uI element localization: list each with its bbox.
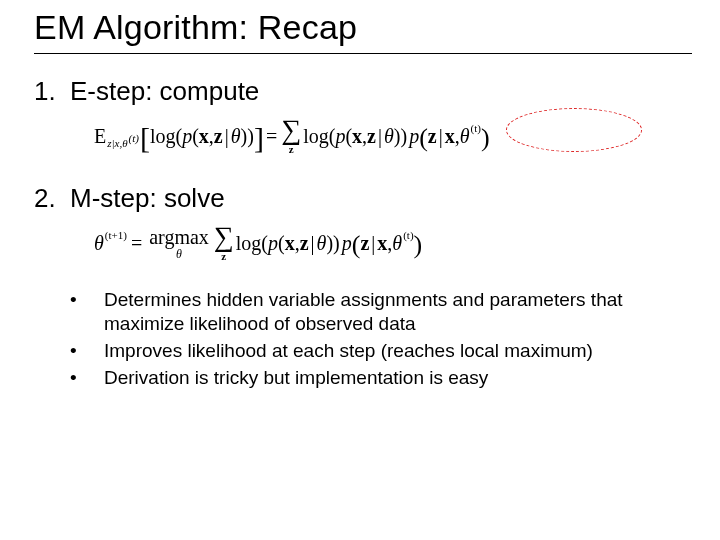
sym-z-2: z bbox=[367, 126, 376, 146]
sym-argmax-below: θ bbox=[176, 248, 182, 260]
sym-bar-2: | bbox=[378, 126, 382, 146]
sym-bar-4: | bbox=[311, 233, 315, 253]
sym-rp-2b: ) bbox=[401, 126, 408, 146]
sym-lp-4b: ( bbox=[278, 233, 285, 253]
sym-rp-4b: ) bbox=[333, 233, 340, 253]
sym-t-sup-2: (t) bbox=[403, 230, 413, 241]
sym-argmax: argmax bbox=[149, 227, 209, 247]
step-1-label: E-step: compute bbox=[70, 76, 259, 107]
bullet-1: • Determines hidden variable assignments… bbox=[70, 288, 692, 334]
sigma-icon: ∑ bbox=[281, 117, 301, 142]
sym-rbrack: ] bbox=[254, 123, 264, 153]
sym-x-1: x bbox=[199, 126, 209, 146]
sym-lp-3: ( bbox=[419, 125, 428, 151]
sym-t-sup: (t) bbox=[471, 123, 481, 134]
sym-bar-1: | bbox=[225, 126, 229, 146]
sym-E-sub: z|x,θ bbox=[107, 137, 127, 149]
sum-1: ∑ z bbox=[281, 117, 301, 155]
sum-2: ∑ z bbox=[214, 224, 234, 262]
sym-p-5: p bbox=[342, 233, 352, 253]
slide-title: EM Algorithm: Recap bbox=[34, 8, 692, 47]
sym-t1-sup: (t+1) bbox=[105, 230, 127, 241]
sym-E: E bbox=[94, 126, 106, 146]
slide: EM Algorithm: Recap 1. E-step: compute E… bbox=[0, 0, 720, 540]
sym-theta-out: θ bbox=[94, 233, 104, 253]
bullet-dot-icon: • bbox=[70, 339, 104, 362]
sym-lp-2b: ( bbox=[345, 126, 352, 146]
bullet-dot-icon: • bbox=[70, 288, 104, 334]
sym-z-3: z bbox=[428, 126, 437, 146]
sym-eq-2: = bbox=[131, 233, 142, 253]
step-2: 2. M-step: solve bbox=[34, 183, 692, 214]
sym-z-1: z bbox=[214, 126, 223, 146]
sym-rp-2a: ) bbox=[394, 126, 401, 146]
sym-x-2: x bbox=[352, 126, 362, 146]
sum-1-below: z bbox=[289, 144, 294, 155]
sym-log-1: log bbox=[150, 126, 176, 146]
sym-p-1: p bbox=[182, 126, 192, 146]
step-2-number: 2. bbox=[34, 183, 70, 214]
sigma-icon-2: ∑ bbox=[214, 224, 234, 249]
sym-lbrack: [ bbox=[140, 123, 150, 153]
sym-theta-5: θ bbox=[392, 233, 402, 253]
sym-p-3: p bbox=[409, 126, 419, 146]
sym-p-2: p bbox=[335, 126, 345, 146]
sym-theta-4: θ bbox=[317, 233, 327, 253]
sym-lp-5: ( bbox=[352, 232, 361, 258]
step-1-number: 1. bbox=[34, 76, 70, 107]
step-2-label: M-step: solve bbox=[70, 183, 225, 214]
sym-rp-3: ) bbox=[481, 125, 490, 151]
bullet-1-text: Determines hidden variable assignments a… bbox=[104, 288, 692, 334]
sym-x-5: x bbox=[377, 233, 387, 253]
sym-eq-1: = bbox=[266, 126, 277, 146]
sym-theta-3: θ bbox=[460, 126, 470, 146]
formula-m-step: θ (t+1) = argmax θ ∑ z log ( p ( x , z |… bbox=[94, 224, 692, 262]
sym-log-3: log bbox=[236, 233, 262, 253]
sym-rp-4a: ) bbox=[326, 233, 333, 253]
sym-lp-4a: ( bbox=[261, 233, 268, 253]
bullet-list: • Determines hidden variable assignments… bbox=[70, 288, 692, 389]
formula-e-step: E z|x,θ(t) [ log ( p ( x , z | θ ) ) ] =… bbox=[94, 117, 692, 155]
sym-rp-5: ) bbox=[414, 232, 423, 258]
sym-theta-2: θ bbox=[384, 126, 394, 146]
sym-rp-1a: ) bbox=[241, 126, 248, 146]
sym-z-5: z bbox=[360, 233, 369, 253]
bullet-3: • Derivation is tricky but implementatio… bbox=[70, 366, 692, 389]
bullet-3-text: Derivation is tricky but implementation … bbox=[104, 366, 488, 389]
sum-2-below: z bbox=[221, 251, 226, 262]
step-1: 1. E-step: compute bbox=[34, 76, 692, 107]
sym-E-sub-sup: (t) bbox=[129, 132, 139, 144]
bullet-2-text: Improves likelihood at each step (reache… bbox=[104, 339, 593, 362]
sym-x-4: x bbox=[285, 233, 295, 253]
sym-p-4: p bbox=[268, 233, 278, 253]
sym-log-2: log bbox=[303, 126, 329, 146]
sym-x-3: x bbox=[445, 126, 455, 146]
sym-lp-1b: ( bbox=[192, 126, 199, 146]
sym-bar-3: | bbox=[439, 126, 443, 146]
bullet-dot-icon: • bbox=[70, 366, 104, 389]
title-rule bbox=[34, 53, 692, 54]
sym-rp-1b: ) bbox=[247, 126, 254, 146]
sym-theta-1: θ bbox=[231, 126, 241, 146]
sym-z-4: z bbox=[300, 233, 309, 253]
argmax: argmax θ bbox=[149, 227, 209, 260]
bullet-2: • Improves likelihood at each step (reac… bbox=[70, 339, 692, 362]
sym-bar-5: | bbox=[371, 233, 375, 253]
